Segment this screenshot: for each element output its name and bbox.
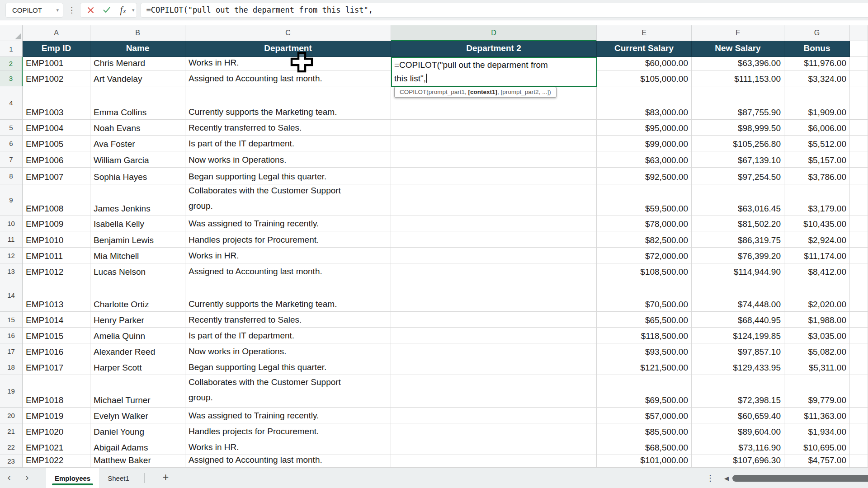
cell-E9[interactable]: $59,500.00 [597, 184, 692, 216]
cell-F10[interactable]: $81,502.20 [692, 216, 784, 231]
row-header-23[interactable]: 23 [0, 455, 23, 468]
cell-B4[interactable]: Emma Collins [90, 86, 185, 120]
cell-A20[interactable]: EMP1019 [23, 408, 90, 423]
cell-B21[interactable]: Daniel Young [90, 423, 185, 439]
cell-C23[interactable]: Assigned to Accounting last month. [185, 455, 391, 468]
row-header-21[interactable]: 21 [0, 423, 23, 439]
cell-G13[interactable]: $8,412.00 [784, 263, 850, 279]
row-header-17[interactable]: 17 [0, 343, 23, 359]
cell-A9[interactable]: EMP1008 [23, 184, 90, 216]
row-header-18[interactable]: 18 [0, 359, 23, 375]
cell-H4[interactable] [850, 86, 868, 120]
row-header-19[interactable]: 19 [0, 375, 23, 408]
cell-A22[interactable]: EMP1021 [23, 439, 90, 455]
cell-D15[interactable] [391, 312, 597, 328]
cell-H23[interactable] [850, 455, 868, 468]
cell-A17[interactable]: EMP1016 [23, 343, 90, 359]
cell-B22[interactable]: Abigail Adams [90, 439, 185, 455]
cell-C7[interactable]: Now works in Operations. [185, 151, 391, 168]
cell-E4[interactable]: $83,000.00 [597, 86, 692, 120]
cell-D21[interactable] [391, 423, 597, 439]
cell-B6[interactable]: Ava Foster [90, 136, 185, 151]
cell-F4[interactable]: $87,755.90 [692, 86, 784, 120]
cell-A18[interactable]: EMP1017 [23, 359, 90, 375]
cell-G6[interactable]: $5,512.00 [784, 136, 850, 151]
enter-button[interactable] [99, 4, 115, 17]
cell-D11[interactable] [391, 231, 597, 248]
cell-H22[interactable] [850, 439, 868, 455]
cell-C21[interactable]: Handles projects for Procurement. [185, 423, 391, 439]
cell-F22[interactable]: $73,116.90 [692, 439, 784, 455]
cell-C2[interactable]: Works in HR. [185, 57, 391, 70]
cell-H17[interactable] [850, 343, 868, 359]
formula-bar-options-icon[interactable]: ⋮ [68, 6, 75, 14]
cell-C18[interactable]: Began supporting Legal this quarter. [185, 359, 391, 375]
cell-F11[interactable]: $86,319.75 [692, 231, 784, 248]
cell-H19[interactable] [850, 375, 868, 408]
cell-G4[interactable]: $1,909.00 [784, 86, 850, 120]
row-header-5[interactable]: 5 [0, 120, 23, 136]
cell-B14[interactable]: Charlotte Ortiz [90, 279, 185, 312]
cell-G23[interactable]: $4,757.00 [784, 455, 850, 468]
cell-G15[interactable]: $1,988.00 [784, 312, 850, 328]
cell-D14[interactable] [391, 279, 597, 312]
cell-G11[interactable]: $2,924.00 [784, 231, 850, 248]
cell-D6[interactable] [391, 136, 597, 151]
cell-D13[interactable] [391, 263, 597, 279]
cell-C8[interactable]: Began supporting Legal this quarter. [185, 168, 391, 184]
row-header-15[interactable]: 15 [0, 312, 23, 328]
column-header-G[interactable]: G [784, 25, 850, 41]
cell-A11[interactable]: EMP1010 [23, 231, 90, 248]
cell-C17[interactable]: Now works in Operations. [185, 343, 391, 359]
cell-C22[interactable]: Works in HR. [185, 439, 391, 455]
cell-B18[interactable]: Harper Scott [90, 359, 185, 375]
cell-H21[interactable] [850, 423, 868, 439]
cell-E15[interactable]: $65,500.00 [597, 312, 692, 328]
cell-H12[interactable] [850, 248, 868, 263]
cell-C14[interactable]: Currently supports the Marketing team. [185, 279, 391, 312]
cell-C4[interactable]: Currently supports the Marketing team. [185, 86, 391, 120]
row-header-2[interactable]: 2 [0, 57, 23, 70]
cell-A12[interactable]: EMP1011 [23, 248, 90, 263]
cancel-button[interactable] [82, 4, 99, 17]
row-header-20[interactable]: 20 [0, 408, 23, 423]
row-header-11[interactable]: 11 [0, 231, 23, 248]
sheet-menu-dots-icon[interactable]: ⋮ [706, 473, 714, 483]
cell-A4[interactable]: EMP1003 [23, 86, 90, 120]
cell-E19[interactable]: $69,500.00 [597, 375, 692, 408]
cell-C6[interactable]: Is part of the IT department. [185, 136, 391, 151]
cell-B23[interactable]: Matthew Baker [90, 455, 185, 468]
cell-F12[interactable]: $76,399.20 [692, 248, 784, 263]
cell-F20[interactable]: $60,659.40 [692, 408, 784, 423]
cell-H15[interactable] [850, 312, 868, 328]
cell-D20[interactable] [391, 408, 597, 423]
row-header-4[interactable]: 4 [0, 86, 23, 120]
cell-C9[interactable]: Collaborates with the Customer Support g… [185, 184, 391, 216]
cell-F8[interactable]: $97,254.50 [692, 168, 784, 184]
cell-E13[interactable]: $108,500.00 [597, 263, 692, 279]
cell-C20[interactable]: Was assigned to Training recently. [185, 408, 391, 423]
cell-A16[interactable]: EMP1015 [23, 328, 90, 343]
cell-D9[interactable] [391, 184, 597, 216]
column-header-A[interactable]: A [23, 25, 90, 41]
cell-E6[interactable]: $99,000.00 [597, 136, 692, 151]
cell-B15[interactable]: Henry Parker [90, 312, 185, 328]
cell-G21[interactable]: $1,934.00 [784, 423, 850, 439]
row-header-13[interactable]: 13 [0, 263, 23, 279]
cell-F19[interactable]: $72,398.15 [692, 375, 784, 408]
cell-E21[interactable]: $85,500.00 [597, 423, 692, 439]
cell-E18[interactable]: $121,500.00 [597, 359, 692, 375]
cell-E23[interactable]: $101,000.00 [597, 455, 692, 468]
cell-F2[interactable]: $63,396.00 [692, 57, 784, 70]
cell-C3[interactable]: Assigned to Accounting last month. [185, 70, 391, 86]
cell-F18[interactable]: $129,433.95 [692, 359, 784, 375]
cell-A10[interactable]: EMP1009 [23, 216, 90, 231]
cell-C15[interactable]: Recently transferred to Sales. [185, 312, 391, 328]
sheet-tab-sheet1[interactable]: Sheet1 [99, 468, 138, 488]
cell-F9[interactable]: $63,016.45 [692, 184, 784, 216]
cell-G14[interactable]: $2,020.00 [784, 279, 850, 312]
cell-E8[interactable]: $92,500.00 [597, 168, 692, 184]
cell-F5[interactable]: $98,999.50 [692, 120, 784, 136]
cell-E12[interactable]: $72,000.00 [597, 248, 692, 263]
cell-A13[interactable]: EMP1012 [23, 263, 90, 279]
